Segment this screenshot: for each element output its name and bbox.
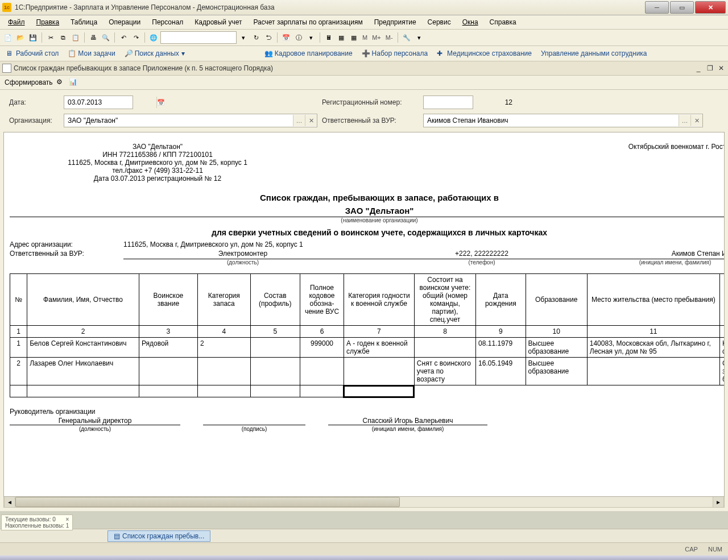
- resp-clear-button[interactable]: ✕: [690, 115, 702, 126]
- menu-table[interactable]: Таблица: [65, 16, 103, 28]
- dd3-icon[interactable]: ▾: [413, 32, 425, 43]
- nav-kadr[interactable]: 👥Кадровое планирование: [261, 49, 356, 57]
- close-button[interactable]: ✕: [695, 1, 726, 14]
- table-num-row: 123 456 789 1011: [10, 326, 725, 338]
- mminus-button[interactable]: M-: [384, 34, 395, 41]
- resp-input[interactable]: [424, 117, 679, 125]
- signature-block: Руководитель организации Генеральный дир…: [10, 408, 725, 432]
- os-taskbar-sliver: [0, 555, 728, 560]
- selected-cell[interactable]: [344, 385, 414, 397]
- date-label: Дата:: [9, 98, 59, 106]
- open-icon[interactable]: 📂: [15, 32, 26, 43]
- dropdown-icon[interactable]: ▾: [238, 32, 249, 43]
- quick-search-input[interactable]: [160, 31, 237, 44]
- people-icon: 👥: [264, 49, 272, 57]
- menu-service[interactable]: Сервис: [422, 16, 457, 28]
- nav-med[interactable]: ✚Медицинское страхование: [433, 49, 535, 57]
- tasks-icon: 📋: [68, 49, 76, 57]
- recipient: Октябрьский военкомат г. Ростова-на-: [628, 143, 725, 182]
- resp-select-button[interactable]: …: [679, 115, 690, 126]
- dd2-icon[interactable]: ▾: [305, 32, 317, 43]
- task-current[interactable]: ▤ Список граждан пребыв...: [107, 530, 210, 542]
- doc-restore-button[interactable]: ❐: [705, 64, 714, 72]
- doc-close-button[interactable]: ✕: [717, 64, 726, 72]
- save-icon[interactable]: 💾: [27, 32, 39, 43]
- calls-close-icon[interactable]: ×: [66, 516, 69, 522]
- desktop-icon: 🖥: [6, 49, 14, 57]
- menu-edit[interactable]: Правка: [31, 16, 65, 28]
- statusbar: CAP NUM: [0, 542, 728, 555]
- minimize-button[interactable]: ─: [645, 1, 669, 14]
- scroll-right-icon[interactable]: ▸: [713, 497, 724, 507]
- redo-icon[interactable]: ↷: [130, 32, 142, 43]
- maximize-button[interactable]: ▭: [670, 1, 694, 14]
- menu-enterprise[interactable]: Предприятие: [369, 16, 422, 28]
- table-row[interactable]: 2 Лазарев Олег Николаевич Снят с воинско…: [10, 358, 725, 385]
- grid2-icon[interactable]: ▦: [348, 32, 359, 43]
- info-icon[interactable]: ⓘ: [293, 32, 304, 43]
- nav-nabor[interactable]: ➕Набор персонала: [358, 49, 432, 57]
- new-icon[interactable]: 📄: [2, 32, 14, 43]
- reserve-table[interactable]: № Фамилия, Имя, Отчество Воинское звание…: [10, 273, 725, 397]
- scroll-thumb[interactable]: [15, 497, 400, 507]
- horizontal-scrollbar[interactable]: ◂ ▸: [3, 497, 725, 508]
- reg-field[interactable]: [423, 96, 473, 109]
- addr-value: 111625, Москва г, Дмитриевского ул, дом …: [123, 240, 725, 248]
- reg-label: Регистрационный номер:: [322, 98, 419, 106]
- calendar-icon[interactable]: 📅: [280, 32, 292, 43]
- shield-icon: ✚: [437, 49, 445, 57]
- search-icon: 🔎: [125, 49, 133, 57]
- plus-person-icon: ➕: [362, 49, 370, 57]
- preview-icon[interactable]: 🔍: [100, 32, 111, 43]
- doc-minimize-button[interactable]: _: [694, 64, 703, 72]
- undo-icon[interactable]: ↶: [118, 32, 129, 43]
- copy-icon[interactable]: ⧉: [57, 32, 69, 43]
- wrench-icon[interactable]: 🔧: [401, 32, 412, 43]
- nav-back-icon[interactable]: ⮌: [263, 32, 274, 43]
- refresh-icon[interactable]: ↻: [250, 32, 262, 43]
- mplus-button[interactable]: M+: [370, 34, 383, 41]
- print-icon[interactable]: 🖶: [88, 32, 99, 43]
- nav-tasks[interactable]: 📋Мои задачи: [64, 49, 118, 57]
- menu-operations[interactable]: Операции: [103, 16, 146, 28]
- date-field[interactable]: 📅: [64, 96, 133, 109]
- params-panel: Дата: 📅 Регистрационный номер: Организац…: [0, 90, 728, 132]
- resp-field[interactable]: … ✕: [423, 114, 703, 127]
- org-select-button[interactable]: …: [293, 115, 305, 126]
- resp-label: Ответственный за ВУР:: [322, 117, 419, 125]
- scroll-left-icon[interactable]: ◂: [4, 497, 15, 507]
- reg-input[interactable]: [424, 98, 516, 106]
- menu-hr[interactable]: Кадровый учет: [189, 16, 247, 28]
- org-field[interactable]: … ✕: [64, 114, 317, 127]
- doc-small-icon: ▤: [114, 532, 120, 540]
- calendar-button-icon[interactable]: 📅: [156, 97, 165, 108]
- paste-icon[interactable]: 📋: [70, 32, 81, 43]
- nav-search[interactable]: 🔎Поиск данных ▾: [121, 49, 188, 57]
- resp-name: Акимов Степан Иванови: [601, 250, 725, 258]
- menu-salary[interactable]: Расчет зарплаты по организациям: [247, 16, 368, 28]
- grid1-icon[interactable]: ▦: [336, 32, 347, 43]
- menu-file[interactable]: Файл: [2, 16, 31, 28]
- report-title: Список граждан, пребывающих в запасе, ра…: [10, 193, 725, 202]
- tree-icon[interactable]: 📊: [69, 78, 78, 87]
- link-icon[interactable]: 🌐: [148, 32, 159, 43]
- resp-post: Электромонтер: [123, 250, 362, 258]
- form-button[interactable]: Сформировать: [5, 78, 53, 86]
- document-scroll[interactable]: ЗАО "Дельтаон" ИНН 7721165386 / КПП 7721…: [3, 132, 725, 497]
- document-icon: [2, 64, 11, 73]
- org-input[interactable]: [64, 117, 293, 125]
- menu-personnel[interactable]: Персонал: [146, 16, 189, 28]
- date-input[interactable]: [64, 98, 156, 106]
- document-content: ЗАО "Дельтаон" ИНН 7721165386 / КПП 7721…: [4, 132, 725, 449]
- table-row-empty[interactable]: [10, 385, 725, 397]
- calc-icon[interactable]: 🖩: [323, 32, 334, 43]
- cut-icon[interactable]: ✂: [45, 32, 56, 43]
- table-row[interactable]: 1 Белов Сергей Константинович Рядовой 2 …: [10, 338, 725, 358]
- nav-desktop[interactable]: 🖥Рабочий стол: [2, 49, 62, 57]
- m-button[interactable]: M: [361, 34, 369, 41]
- menu-help[interactable]: Справка: [484, 16, 522, 28]
- nav-upr[interactable]: Управление данными сотрудника: [537, 49, 651, 57]
- org-clear-button[interactable]: ✕: [305, 115, 317, 126]
- gear-icon[interactable]: ⚙: [56, 78, 65, 87]
- menu-windows[interactable]: Окна: [457, 16, 484, 28]
